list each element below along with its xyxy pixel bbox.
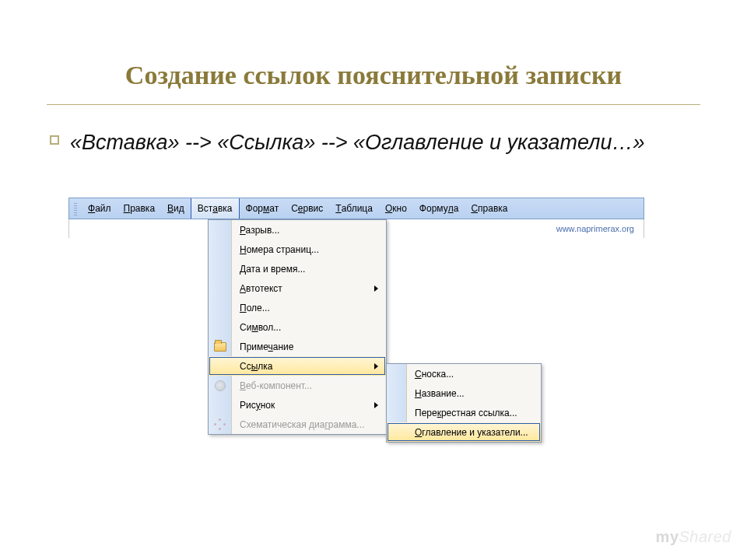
folder-icon: [214, 342, 226, 352]
dropdown-item-label: Веб-компонент...: [232, 380, 386, 391]
dropdown-item[interactable]: Поле...: [209, 298, 386, 317]
dropdown-item[interactable]: Автотекст: [209, 278, 386, 298]
dropdown-iconcol: [209, 317, 232, 337]
dropdown-item-label: Ссылка: [232, 361, 374, 372]
dropdown-item[interactable]: Дата и время...: [209, 259, 386, 278]
dropdown-item-label: Символ...: [232, 322, 386, 333]
submenu-iconcol: [387, 422, 407, 442]
submenu-item-label: Оглавление и указатели...: [407, 427, 541, 438]
dropdown-iconcol: [209, 356, 232, 376]
dropdown-iconcol: [209, 278, 232, 298]
dropdown-item[interactable]: Ссылка: [209, 356, 386, 376]
watermark-link[interactable]: www.naprimerax.org: [556, 224, 634, 233]
submenu-arrow-icon: [374, 285, 378, 292]
title-underline: [47, 104, 700, 105]
link-submenu: Сноска...Название...Перекрестная ссылка.…: [386, 363, 542, 443]
dropdown-iconcol: [209, 415, 232, 434]
menubar: ФайлПравкаВидВставкаФорматСервисТаблицаО…: [68, 198, 644, 219]
menu-вставка[interactable]: Вставка: [191, 198, 240, 219]
dropdown-iconcol: [209, 337, 232, 356]
dropdown-item-label: Автотекст: [232, 283, 374, 294]
dropdown-item-label: Дата и время...: [232, 264, 386, 275]
slide-title: Создание ссылок пояснительной записки: [0, 0, 747, 104]
menu-формула[interactable]: Формула: [413, 198, 465, 219]
dropdown-iconcol: [209, 220, 232, 240]
bullet-text: «Вставка» --> «Ссылка» --> «Оглавление и…: [70, 128, 644, 156]
dropdown-iconcol: [209, 376, 232, 395]
dropdown-item[interactable]: Символ...: [209, 317, 386, 337]
submenu-item[interactable]: Оглавление и указатели...: [387, 422, 541, 442]
dropdown-item-label: Схематическая диаграмма...: [232, 419, 386, 430]
submenu-iconcol: [387, 364, 407, 383]
submenu-iconcol: [387, 403, 407, 422]
menu-справка[interactable]: Справка: [465, 198, 514, 219]
dropdown-item[interactable]: Разрыв...: [209, 220, 386, 240]
dropdown-item-label: Примечание: [232, 341, 386, 352]
submenu-item-label: Перекрестная ссылка...: [407, 408, 541, 418]
dropdown-item: Схематическая диаграмма...: [209, 415, 386, 434]
submenu-item[interactable]: Перекрестная ссылка...: [387, 403, 541, 422]
menu-сервис[interactable]: Сервис: [285, 198, 329, 219]
dropdown-item: Веб-компонент...: [209, 376, 386, 395]
dropdown-item[interactable]: Рисунок: [209, 395, 386, 415]
menu-формат[interactable]: Формат: [240, 198, 286, 219]
dropdown-iconcol: [209, 395, 232, 415]
menu-файл[interactable]: Файл: [82, 198, 117, 219]
dropdown-iconcol: [209, 259, 232, 278]
dropdown-item-label: Номера страниц...: [232, 244, 386, 255]
submenu-arrow-icon: [374, 363, 378, 369]
logo-part1: my: [656, 528, 679, 545]
menu-вид[interactable]: Вид: [161, 198, 191, 219]
bullet-marker: [50, 135, 59, 145]
submenu-item[interactable]: Сноска...: [387, 364, 541, 383]
globe-icon: [215, 380, 226, 391]
toolbar-grip: [74, 201, 77, 215]
insert-dropdown-menu: Разрыв...Номера страниц...Дата и время..…: [208, 219, 387, 435]
submenu-item-label: Название...: [407, 388, 541, 399]
myshared-logo: myShared: [656, 528, 731, 546]
dropdown-iconcol: [209, 240, 232, 259]
menu-таблица[interactable]: Таблица: [329, 198, 379, 219]
menu-окно[interactable]: Окно: [379, 198, 413, 219]
dropdown-item[interactable]: Номера страниц...: [209, 240, 386, 259]
submenu-item[interactable]: Название...: [387, 383, 541, 403]
diagram-icon: [214, 418, 226, 431]
bullet-row: «Вставка» --> «Ссылка» --> «Оглавление и…: [0, 128, 747, 156]
dropdown-item[interactable]: Примечание: [209, 337, 386, 356]
dropdown-item-label: Разрыв...: [232, 225, 386, 236]
logo-part2: Shared: [679, 528, 732, 545]
dropdown-item-label: Рисунок: [232, 400, 374, 411]
menu-правка[interactable]: Правка: [117, 198, 162, 219]
submenu-arrow-icon: [374, 402, 378, 408]
submenu-iconcol: [387, 383, 407, 403]
dropdown-item-label: Поле...: [232, 303, 386, 313]
dropdown-iconcol: [209, 298, 232, 317]
submenu-item-label: Сноска...: [407, 369, 541, 380]
